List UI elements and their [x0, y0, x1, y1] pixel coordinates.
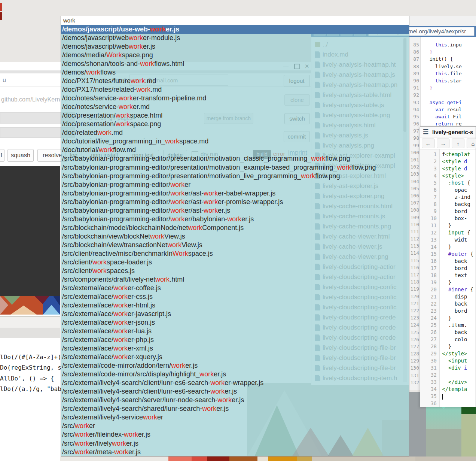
- search-result-item[interactable]: /src/external/lively4-search/client/lunr…: [61, 387, 409, 396]
- code-line: }: [442, 222, 476, 229]
- line-number: 12: [420, 229, 437, 236]
- search-result-item[interactable]: /src/babylonian-programming-editor/worke…: [61, 189, 409, 198]
- search-result-item[interactable]: /doc/presentation/workspace.html: [61, 111, 409, 120]
- search-result-item[interactable]: /src/external/ace/worker-css.js: [61, 292, 409, 301]
- line-number: 11: [420, 222, 437, 229]
- code-line: this.file: [424, 70, 476, 77]
- search-result-item[interactable]: /src/babylonian-programming-editor/worke…: [61, 198, 409, 206]
- search-result-item[interactable]: /demos/javascript/use-web-worker.js: [61, 25, 409, 34]
- search-result-item[interactable]: /demos/workflows: [61, 68, 409, 77]
- search-result-item[interactable]: /src/external/lively4-search/client/lunr…: [61, 379, 409, 387]
- code-line: :host {: [442, 179, 476, 186]
- code-line: bord: [442, 208, 476, 215]
- search-result-item[interactable]: /src/babylonian-programming-editor/prese…: [61, 163, 409, 172]
- line-number: 85: [409, 41, 419, 48]
- search-result-item[interactable]: /src/external/lively4-serviceworker: [61, 413, 409, 422]
- line-number: 18: [420, 272, 437, 279]
- editor-code[interactable]: f<templat<style d<style d<style> :host {…: [442, 151, 476, 407]
- search-result-item[interactable]: /demos/shonan/tools-and-workflows.html: [61, 60, 409, 68]
- search-result-item[interactable]: /demos/javascript/webworker-module.js: [61, 34, 409, 42]
- search-result-item[interactable]: /src/external/ace/worker-lua.js: [61, 327, 409, 336]
- search-result-item[interactable]: /src/worker/meta-worker.js: [61, 448, 409, 457]
- search-result-item[interactable]: /src/external/ace/worker-json.js: [61, 318, 409, 327]
- search-result-item[interactable]: /doc/notes/service-worker-transform-pipe…: [61, 94, 409, 103]
- code-line: init() {: [424, 55, 476, 63]
- search-result-item[interactable]: /demos/javascript/webworker.js: [61, 42, 409, 51]
- desktop: u Email mson@gmail.com github.com/Lively…: [0, 0, 476, 461]
- input-bar[interactable]: [0, 328, 60, 338]
- search-result-item[interactable]: /doc/tutorial/live_programming_in_worksp…: [61, 137, 409, 146]
- search-result-item[interactable]: /src/babylonian-programming-editor/worke…: [61, 206, 409, 215]
- search-result-item[interactable]: /src/worker/livelyworker.js: [61, 439, 409, 448]
- forward-icon[interactable]: →: [437, 139, 449, 148]
- code-line: back: [442, 329, 476, 336]
- code-line: [442, 400, 476, 407]
- search-result-item[interactable]: /src/client/reactive/misc/benchmarkInWor…: [61, 249, 409, 258]
- line-number: 26: [420, 329, 437, 336]
- search-result-item[interactable]: /src/external/ace/worker-xquery.js: [61, 353, 409, 361]
- line-number: 127: [409, 343, 419, 350]
- window-title-bar[interactable]: ☰ lively-generic-s: [420, 127, 476, 137]
- line-number: 107: [409, 199, 419, 206]
- line-number: 123: [409, 314, 419, 321]
- search-result-item[interactable]: /src/worker: [61, 422, 409, 430]
- search-result-item[interactable]: /src/blockchain/view/blockNetworkView.js: [61, 232, 409, 241]
- search-result-item[interactable]: /doc/PX17/notes/futurework.md: [61, 77, 409, 85]
- search-result-item[interactable]: /src/babylonian-programming-editor/worke…: [61, 181, 409, 189]
- window-title: lively-generic-s: [432, 129, 473, 135]
- search-result-item[interactable]: /demos/media/Workspace.png: [61, 51, 409, 60]
- search-result-item[interactable]: /src/client/workspaces.js: [61, 267, 409, 275]
- line-number: 114: [409, 249, 419, 257]
- code-line: bord: [442, 307, 476, 315]
- hamburger-menu-icon[interactable]: ☰: [423, 128, 428, 136]
- code-line: <div i: [442, 364, 476, 371]
- search-result-item[interactable]: /src/blockchain/view/transactionNetworkV…: [61, 241, 409, 249]
- code-line: box-: [442, 215, 476, 222]
- line-number: 30: [420, 357, 437, 364]
- search-result-item[interactable]: /src/external/code-mirror/addon/tern/wor…: [61, 361, 409, 370]
- search-result-item[interactable]: /doc/tutorial/workflow.md: [61, 146, 409, 154]
- search-result-item[interactable]: /src/external/ace/worker-xml.js: [61, 344, 409, 353]
- home-icon[interactable]: ⌂: [467, 139, 476, 148]
- search-result-item[interactable]: /src/babylonian-programming-editor/prese…: [61, 154, 409, 163]
- search-result-item[interactable]: /src/babylonian-programming-editor/prese…: [61, 172, 409, 181]
- line-number: 125: [409, 329, 419, 336]
- line-number: 131: [409, 372, 419, 379]
- search-result-item[interactable]: /src/external/code-mirror/src/display/hi…: [61, 370, 409, 379]
- search-result-item[interactable]: /src/external/ace/worker-php.js: [61, 336, 409, 344]
- line-number: 91: [409, 84, 419, 91]
- line-number: 86: [409, 48, 419, 55]
- editor-line-numbers: 8586878889909192939495969798991001011021…: [409, 41, 419, 386]
- code-line: }: [442, 279, 476, 286]
- search-result-item[interactable]: /src/babylonian-programming-editor/worke…: [61, 215, 409, 224]
- diff-button-partial[interactable]: f: [0, 149, 4, 162]
- search-result-item[interactable]: /src/external/ace/worker-javascript.js: [61, 310, 409, 318]
- search-result-item[interactable]: /src/worker/fileindex-worker.js: [61, 430, 409, 439]
- up-icon[interactable]: ↑: [452, 139, 464, 148]
- search-result-item[interactable]: /src/external/lively4-search/server/lunr…: [61, 396, 409, 404]
- search-result-item[interactable]: /src/components/draft/lively-network.htm…: [61, 275, 409, 284]
- search-input[interactable]: work: [61, 16, 409, 25]
- back-icon[interactable]: ←: [422, 139, 434, 148]
- editor-window[interactable]: ☰ lively-generic-s ← → ↑ ⌂ 1234567891011…: [420, 126, 476, 407]
- editor-code[interactable]: this.inpu } init() { lively.se this.file…: [424, 41, 476, 127]
- search-result-item[interactable]: /doc/relatedwork.md: [61, 128, 409, 137]
- code-line: Do(regExString, s,: [0, 364, 61, 371]
- search-result-item[interactable]: /src/external/ace/worker-coffee.js: [61, 284, 409, 292]
- search-result-item[interactable]: /src/external/ace/worker-html.js: [61, 301, 409, 310]
- search-result-item[interactable]: /src/external/lively4-search/shared/lunr…: [61, 404, 409, 413]
- code-line: colo: [442, 336, 476, 343]
- line-number: 99: [409, 142, 419, 149]
- code-line: </templa: [442, 386, 476, 393]
- search-result-item[interactable]: /doc/notes/service-worker.md: [61, 103, 409, 111]
- line-number: 6: [420, 186, 437, 194]
- line-number: 90: [409, 77, 419, 84]
- line-number: 132: [409, 379, 419, 386]
- red-mark: [0, 3, 2, 11]
- search-result-item[interactable]: /doc/PX17/notes/related-work.md: [61, 85, 409, 94]
- squash-button[interactable]: squash: [7, 149, 34, 162]
- code-line: <style>: [442, 172, 476, 179]
- search-result-item[interactable]: /src/client/workspace-loader.js: [61, 258, 409, 267]
- search-result-item[interactable]: /doc/presentation/workspace.png: [61, 120, 409, 128]
- search-result-item[interactable]: /src/blockchain/model/blockchainNode/net…: [61, 224, 409, 232]
